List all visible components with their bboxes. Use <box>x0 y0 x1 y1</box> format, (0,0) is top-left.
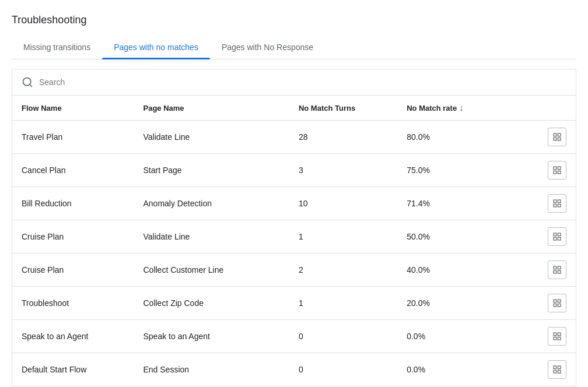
svg-rect-6 <box>554 167 556 170</box>
cell-no-match-rate: 40.0% <box>397 254 533 287</box>
cell-page-name: Anomaly Detection <box>134 187 289 220</box>
table-row: Bill Reduction Anomaly Detection 10 71.4… <box>12 187 576 220</box>
svg-line-1 <box>30 85 32 87</box>
search-input[interactable] <box>39 78 566 87</box>
svg-rect-22 <box>554 300 556 302</box>
svg-rect-20 <box>554 270 556 273</box>
svg-rect-27 <box>558 333 561 336</box>
cell-page-name: Speak to an Agent <box>134 320 289 353</box>
table-row: Travel Plan Validate Line 28 80.0% <box>12 121 576 154</box>
svg-rect-3 <box>558 133 561 136</box>
cell-page-name: End Session <box>134 353 289 386</box>
svg-rect-8 <box>554 171 556 174</box>
row-detail-button[interactable] <box>548 227 566 246</box>
svg-rect-2 <box>554 133 556 136</box>
tab-pages-no-response[interactable]: Pages with No Response <box>210 36 325 59</box>
col-header-flow-name: Flow Name <box>12 96 134 121</box>
svg-rect-29 <box>558 337 561 340</box>
cell-flow-name: Speak to an Agent <box>12 320 134 353</box>
table-row: Cruise Plan Validate Line 1 50.0% <box>12 220 576 254</box>
col-header-page-name: Page Name <box>134 96 289 121</box>
search-bar <box>12 69 576 96</box>
tab-missing-transitions[interactable]: Missing transitions <box>12 36 102 59</box>
cell-action <box>533 353 576 386</box>
cell-no-match-rate: 75.0% <box>397 154 533 187</box>
svg-rect-13 <box>558 204 561 207</box>
row-detail-button[interactable] <box>548 261 566 279</box>
svg-rect-12 <box>554 204 556 207</box>
cell-no-match-rate: 71.4% <box>397 187 533 220</box>
table-row: Cruise Plan Collect Customer Line 2 40.0… <box>12 254 576 287</box>
svg-rect-9 <box>558 171 561 174</box>
cell-flow-name: Travel Plan <box>12 121 134 154</box>
search-icon <box>22 76 33 88</box>
cell-page-name: Collect Customer Line <box>134 254 289 287</box>
svg-rect-32 <box>554 370 556 373</box>
tabs-bar: Missing transitions Pages with no matche… <box>12 36 576 59</box>
cell-no-match-rate: 0.0% <box>397 353 533 386</box>
tab-pages-no-matches[interactable]: Pages with no matches <box>102 36 210 59</box>
cell-no-match-turns: 10 <box>289 187 397 220</box>
cell-page-name: Validate Line <box>134 220 289 254</box>
svg-rect-33 <box>558 370 561 373</box>
svg-rect-26 <box>554 333 556 336</box>
svg-rect-24 <box>554 304 556 307</box>
cell-no-match-turns: 28 <box>289 121 397 154</box>
cell-no-match-rate: 80.0% <box>397 121 533 154</box>
svg-rect-16 <box>554 237 556 240</box>
cell-page-name: Collect Zip Code <box>134 287 289 320</box>
cell-page-name: Start Page <box>134 154 289 187</box>
svg-rect-10 <box>554 200 556 203</box>
cell-flow-name: Troubleshoot <box>12 287 134 320</box>
cell-no-match-turns: 0 <box>289 320 397 353</box>
cell-action <box>533 121 576 154</box>
cell-flow-name: Cruise Plan <box>12 220 134 254</box>
cell-no-match-rate: 0.0% <box>397 320 533 353</box>
row-detail-button[interactable] <box>548 194 566 213</box>
cell-action <box>533 287 576 320</box>
svg-rect-4 <box>554 138 556 140</box>
svg-rect-30 <box>554 366 556 369</box>
row-detail-button[interactable] <box>548 360 566 379</box>
cell-flow-name: Default Start Flow <box>12 353 134 386</box>
cell-flow-name: Bill Reduction <box>12 187 134 220</box>
col-header-no-match-turns: No Match Turns <box>289 96 397 121</box>
content-card: Flow Name Page Name No Match Turns No Ma… <box>12 69 576 387</box>
svg-rect-25 <box>558 304 561 307</box>
row-detail-button[interactable] <box>548 128 566 146</box>
svg-rect-7 <box>558 167 561 170</box>
page-container: Troubleshooting Missing transitions Page… <box>0 0 588 387</box>
cell-no-match-rate: 20.0% <box>397 287 533 320</box>
svg-rect-11 <box>558 200 561 203</box>
table-row: Cancel Plan Start Page 3 75.0% <box>12 154 576 187</box>
table-row: Speak to an Agent Speak to an Agent 0 0.… <box>12 320 576 353</box>
cell-action <box>533 254 576 287</box>
svg-rect-21 <box>558 270 561 273</box>
page-title: Troubleshooting <box>12 14 576 26</box>
svg-rect-14 <box>554 233 556 236</box>
svg-rect-17 <box>558 237 561 240</box>
table-row: Default Start Flow End Session 0 0.0% <box>12 353 576 386</box>
svg-rect-23 <box>558 300 561 302</box>
data-table: Flow Name Page Name No Match Turns No Ma… <box>12 96 576 387</box>
cell-flow-name: Cancel Plan <box>12 154 134 187</box>
cell-flow-name: Cruise Plan <box>12 254 134 287</box>
cell-action <box>533 220 576 254</box>
svg-rect-28 <box>554 337 556 340</box>
row-detail-button[interactable] <box>548 294 566 312</box>
row-detail-button[interactable] <box>548 327 566 346</box>
cell-no-match-turns: 3 <box>289 154 397 187</box>
cell-action <box>533 320 576 353</box>
sort-down-icon[interactable]: ↓ <box>459 103 464 112</box>
cell-action <box>533 154 576 187</box>
svg-rect-31 <box>558 366 561 369</box>
svg-rect-18 <box>554 266 556 269</box>
cell-no-match-turns: 1 <box>289 287 397 320</box>
col-header-action <box>533 96 576 121</box>
cell-action <box>533 187 576 220</box>
cell-no-match-turns: 1 <box>289 220 397 254</box>
col-header-no-match-rate[interactable]: No Match rate ↓ <box>397 96 533 121</box>
svg-rect-5 <box>558 138 561 140</box>
cell-no-match-turns: 0 <box>289 353 397 386</box>
row-detail-button[interactable] <box>548 161 566 180</box>
